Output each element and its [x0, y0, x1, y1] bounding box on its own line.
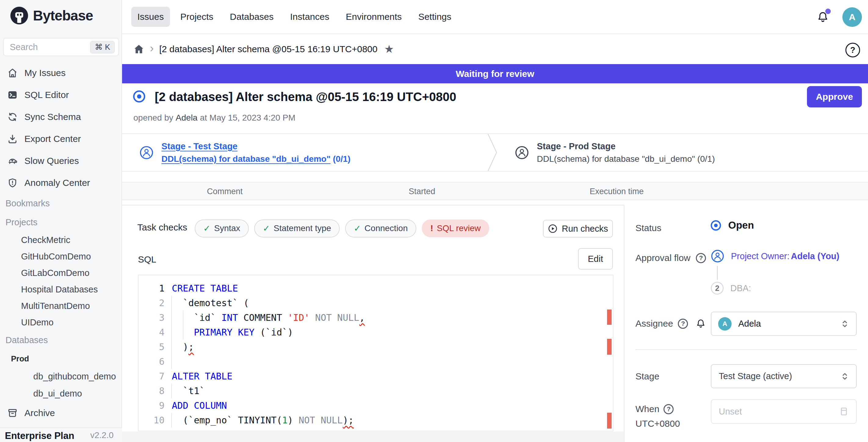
sidebar-project-uidemo[interactable]: UIDemo — [0, 314, 122, 330]
nav-item-settings[interactable]: Settings — [412, 7, 457, 27]
opened-at-text: at May 15, 2023 4:20 PM — [200, 113, 296, 122]
code-content: `t1` — [164, 384, 613, 398]
nav-item-environments[interactable]: Environments — [340, 7, 408, 27]
edit-button-label: Edit — [588, 254, 603, 264]
check-pill-label: Connection — [364, 223, 408, 233]
sidebar-item-slow-queries-label: Slow Queries — [24, 156, 79, 166]
sidebar-item-export-center-label: Export Center — [24, 134, 81, 144]
home-icon[interactable] — [133, 44, 144, 55]
error-mark — [607, 339, 612, 355]
check-pill-label: SQL review — [437, 223, 481, 233]
sidebar-project-hospital-databases[interactable]: Hospital Databases — [0, 281, 122, 297]
code-token: `demotest` ( — [172, 297, 249, 308]
sidebar-item-sql-editor[interactable]: SQL Editor — [0, 84, 122, 106]
indent-guide — [183, 325, 183, 340]
line-number: 5 — [138, 340, 164, 354]
stage-separator-chevron — [487, 134, 497, 171]
assignee-bell-icon[interactable] — [695, 318, 706, 329]
indent-guide — [171, 310, 172, 325]
code-line: 9ADD COLUMN — [138, 398, 613, 413]
column-comment: Comment — [207, 187, 243, 196]
approval-role: DBA: — [730, 283, 751, 293]
stage-title-link[interactable]: Stage - Test Stage — [161, 141, 350, 151]
bookmark-star-icon[interactable]: ★ — [384, 44, 394, 55]
stage-task-label[interactable]: DDL(schema) for database "db_ui_demo" — [161, 154, 331, 164]
code-token: INT — [222, 312, 238, 323]
sidebar-item-sync-schema-label: Sync Schema — [24, 112, 81, 122]
sidebar-database-db-ui-demo[interactable]: db_ui_demo — [0, 385, 122, 402]
plan-name: Enterprise Plan — [5, 431, 74, 441]
sync-icon — [7, 112, 18, 122]
plan-footer: Enterprise Plan v2.2.0 — [0, 428, 122, 442]
bytebase-logo[interactable]: Bytebase — [10, 7, 93, 24]
code-content: `demotest` ( — [164, 296, 613, 310]
sidebar-item-sync-schema[interactable]: Sync Schema — [0, 106, 122, 128]
notifications-bell-icon[interactable] — [816, 10, 830, 24]
breadcrumb-title[interactable]: [2 databases] Alter schema @05-15 16:19 … — [159, 44, 377, 54]
line-number: 9 — [138, 398, 164, 413]
status-label: Status — [636, 223, 661, 233]
shield-icon — [7, 178, 18, 188]
line-number: 1 — [138, 281, 164, 296]
search-input[interactable]: Search ⌘ K — [3, 38, 119, 56]
archive-icon — [7, 408, 18, 418]
sidebar-header-bookmarks: Bookmarks — [0, 194, 122, 213]
stage-task-label: DDL(schema) for database "db_ui_demo" (0… — [537, 154, 715, 164]
approve-button[interactable]: Approve — [807, 86, 862, 107]
sidebar-project-multitenantdemo[interactable]: MultiTenantDemo — [0, 297, 122, 314]
when-date-input[interactable]: Unset — [711, 399, 857, 424]
when-label: When — [636, 404, 659, 414]
code-token: COMMENT — [238, 312, 288, 323]
approval-step-1: Project Owner: Adela (You) — [711, 249, 839, 263]
stage-pipeline: Stage - Test Stage DDL(schema) for datab… — [122, 133, 868, 171]
status-open-text: Open — [728, 219, 754, 231]
assignee-name: Adela — [738, 319, 840, 329]
nav-item-projects[interactable]: Projects — [174, 7, 219, 27]
stage-person-icon — [140, 146, 154, 160]
error-mark — [607, 413, 612, 429]
question-icon[interactable]: ? — [678, 319, 688, 329]
sidebar-project-githubcomdemo[interactable]: GitHubComDemo — [0, 248, 122, 265]
download-icon — [7, 134, 18, 144]
assignee-select[interactable]: A Adela — [711, 312, 857, 336]
top-bar-right: A — [816, 0, 868, 34]
code-content — [164, 354, 613, 369]
stage-select[interactable]: Test Stage (active) — [711, 364, 857, 388]
help-icon[interactable]: ? — [845, 43, 860, 57]
stage-card-test[interactable]: Stage - Test Stage DDL(schema) for datab… — [140, 134, 350, 171]
run-checks-button[interactable]: Run checks — [543, 220, 613, 238]
stage-card-prod[interactable]: Stage - Prod Stage DDL(schema) for datab… — [515, 134, 715, 171]
user-avatar[interactable]: A — [842, 7, 862, 27]
bytebase-logo-icon — [10, 7, 28, 24]
sidebar-item-slow-queries[interactable]: Slow Queries — [0, 150, 122, 172]
approval-role: Project Owner: — [731, 251, 789, 261]
code-line: 6 — [138, 354, 613, 369]
sidebar-item-my-issues[interactable]: My Issues — [0, 62, 122, 84]
task-checks-label: Task checks — [137, 222, 187, 232]
sidebar-project-gitlabcomdemo[interactable]: GitLabComDemo — [0, 265, 122, 281]
sidebar-item-sql-editor-label: SQL Editor — [24, 90, 69, 100]
approval-assignee-link[interactable]: Adela (You) — [791, 251, 839, 261]
indent-guide — [171, 413, 172, 428]
sidebar-project-checkmetric[interactable]: CheckMetric — [0, 232, 122, 248]
approval-step-number: 2 — [711, 282, 724, 294]
status-open-icon — [710, 220, 721, 231]
nav-item-instances[interactable]: Instances — [284, 7, 335, 27]
sidebar-item-anomaly-center[interactable]: Anomaly Center — [0, 172, 122, 194]
edit-button[interactable]: Edit — [578, 248, 613, 270]
column-execution-time: Execution time — [590, 187, 644, 196]
nav-item-databases[interactable]: Databases — [224, 7, 280, 27]
indent-guide — [171, 325, 172, 340]
indent-guide — [171, 354, 172, 369]
nav-item-issues[interactable]: Issues — [131, 7, 170, 27]
sidebar-item-archive[interactable]: Archive — [0, 402, 122, 424]
sidebar-item-anomaly-center-label: Anomaly Center — [24, 178, 90, 188]
sql-code-editor[interactable]: 1CREATE TABLE2 `demotest` (3 `id` INT CO… — [138, 275, 614, 431]
question-icon[interactable]: ? — [696, 253, 706, 263]
approve-button-label: Approve — [816, 92, 853, 102]
stage-task-link[interactable]: DDL(schema) for database "db_ui_demo" (0… — [161, 154, 350, 164]
sidebar-database-db-githubcom-demo[interactable]: db_githubcom_demo — [0, 368, 122, 385]
panel-divider — [636, 349, 857, 350]
sidebar-item-export-center[interactable]: Export Center — [0, 128, 122, 150]
question-icon[interactable]: ? — [663, 404, 674, 414]
